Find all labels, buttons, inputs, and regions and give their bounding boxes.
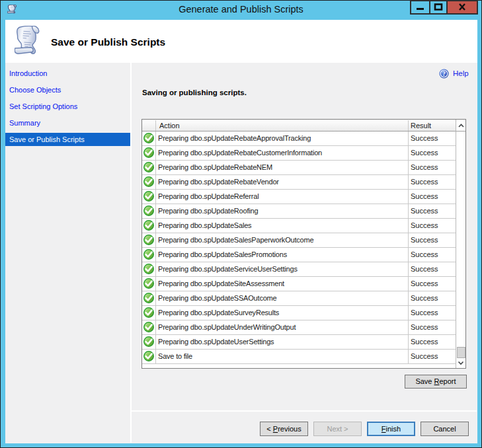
svg-text:?: ?	[442, 70, 446, 77]
